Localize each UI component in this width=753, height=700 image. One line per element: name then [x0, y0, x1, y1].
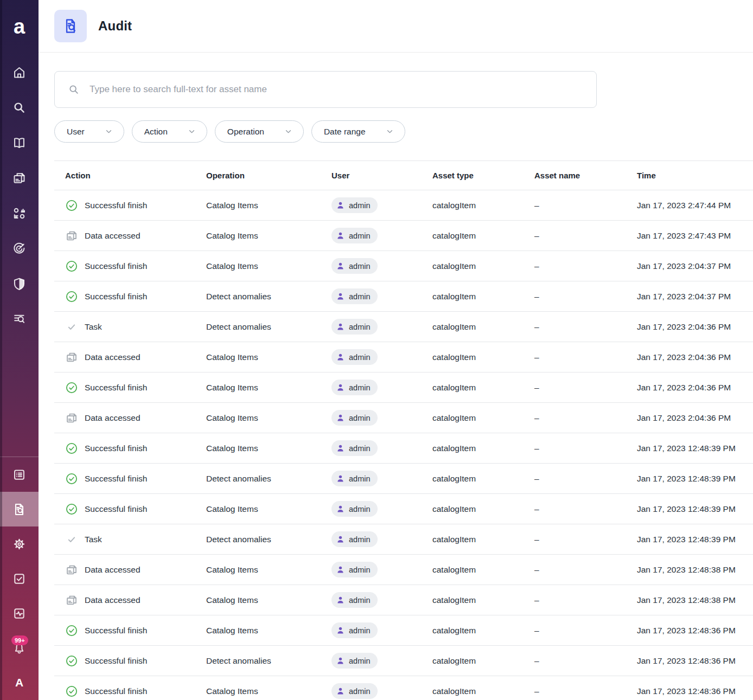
asset-name-cell: –: [534, 352, 637, 362]
sidebar-item-bell[interactable]: 99+: [0, 631, 39, 665]
data-accessed-icon: [65, 563, 78, 576]
user-chip[interactable]: admin: [331, 622, 378, 638]
user-chip[interactable]: admin: [331, 288, 378, 304]
action-cell: Successful finish: [65, 290, 206, 303]
user-avatar[interactable]: A: [0, 665, 39, 700]
user-chip[interactable]: admin: [331, 349, 378, 365]
table-row[interactable]: Successful finishCatalog Itemsadmincatal…: [54, 494, 753, 524]
data-accessed-icon: [65, 412, 78, 425]
user-chip[interactable]: admin: [331, 380, 378, 395]
table-body: Successful finishCatalog Itemsadmincatal…: [54, 190, 753, 700]
time-cell: Jan 17, 2023 12:48:36 PM: [637, 626, 753, 635]
table-row[interactable]: Data accessedCatalog ItemsadmincatalogIt…: [54, 555, 753, 585]
filter-chip-date-range[interactable]: Date range: [311, 120, 405, 143]
time-cell: Jan 17, 2023 2:04:37 PM: [637, 292, 753, 301]
table-row[interactable]: Data accessedCatalog ItemsadmincatalogIt…: [54, 585, 753, 615]
user-chip[interactable]: admin: [331, 228, 378, 243]
chevron-down-icon: [385, 127, 394, 136]
table-row[interactable]: Successful finishCatalog Itemsadmincatal…: [54, 676, 753, 700]
operation-cell: Detect anomalies: [206, 322, 331, 332]
table-row[interactable]: Data accessedCatalog ItemsadmincatalogIt…: [54, 403, 753, 433]
asset-type-cell: catalogItem: [432, 565, 534, 575]
action-cell: Successful finish: [65, 624, 206, 637]
filter-chip-label: User: [67, 127, 85, 137]
column-header-asset-name[interactable]: Asset name: [534, 171, 637, 180]
asset-type-cell: catalogItem: [432, 292, 534, 301]
user-name: admin: [349, 292, 371, 301]
time-cell: Jan 17, 2023 2:47:43 PM: [637, 231, 753, 241]
success-check-icon: [65, 503, 78, 516]
sidebar-item-gear[interactable]: [0, 526, 39, 561]
column-header-time[interactable]: Time: [637, 171, 753, 180]
table-row[interactable]: Successful finishCatalog Itemsadmincatal…: [54, 190, 753, 221]
content: UserActionOperationDate range ActionOper…: [39, 53, 753, 700]
user-chip[interactable]: admin: [331, 653, 378, 669]
user-chip[interactable]: admin: [331, 471, 378, 486]
column-header-asset-type[interactable]: Asset type: [432, 171, 534, 180]
person-icon: [335, 473, 346, 484]
sidebar-item-log-search[interactable]: [0, 301, 39, 337]
user-chip[interactable]: admin: [331, 531, 378, 547]
sidebar-item-home[interactable]: [0, 55, 39, 90]
table-row[interactable]: Data accessedCatalog ItemsadmincatalogIt…: [54, 342, 753, 373]
data-accessed-icon: [65, 229, 78, 242]
sidebar-item-audit[interactable]: [0, 492, 39, 526]
column-header-label: Operation: [206, 171, 245, 180]
operation-cell: Catalog Items: [206, 686, 331, 696]
filter-chip-user[interactable]: User: [54, 120, 124, 143]
sidebar-item-book[interactable]: [0, 125, 39, 160]
components-icon: [12, 206, 27, 221]
time-cell: Jan 17, 2023 2:47:44 PM: [637, 201, 753, 210]
table-row[interactable]: Successful finishCatalog Itemsadmincatal…: [54, 615, 753, 646]
user-chip[interactable]: admin: [331, 501, 378, 517]
app-logo[interactable]: a: [0, 0, 39, 53]
filter-chip-action[interactable]: Action: [132, 120, 207, 143]
sidebar-item-search[interactable]: [0, 90, 39, 125]
user-chip[interactable]: admin: [331, 410, 378, 426]
user-chip[interactable]: admin: [331, 440, 378, 456]
table-row[interactable]: Successful finishCatalog Itemsadmincatal…: [54, 373, 753, 403]
person-icon: [335, 595, 346, 605]
sidebar-item-checkbox[interactable]: [0, 561, 39, 596]
task-check-icon: [65, 533, 78, 546]
user-chip[interactable]: admin: [331, 319, 378, 335]
column-header-user[interactable]: User: [331, 171, 432, 180]
table-row[interactable]: Data accessedCatalog ItemsadmincatalogIt…: [54, 221, 753, 251]
table-row[interactable]: Successful finishCatalog Itemsadmincatal…: [54, 433, 753, 464]
column-header-action[interactable]: Action: [65, 171, 206, 180]
sidebar-item-activity[interactable]: [0, 596, 39, 631]
action-label: Data accessed: [85, 231, 141, 241]
book-icon: [12, 136, 27, 150]
shield-icon: [12, 277, 27, 291]
sidebar-item-documents[interactable]: [0, 160, 39, 196]
table-row[interactable]: Successful finishDetect anomaliesadminca…: [54, 281, 753, 312]
table-row[interactable]: TaskDetect anomaliesadmincatalogItem–Jan…: [54, 312, 753, 342]
search-box: [54, 71, 597, 108]
table-row[interactable]: Successful finishCatalog Itemsadmincatal…: [54, 251, 753, 281]
asset-name-cell: –: [534, 322, 637, 332]
filter-chip-operation[interactable]: Operation: [215, 120, 304, 143]
person-icon: [335, 230, 346, 241]
page-header: Audit: [39, 0, 753, 53]
table-row[interactable]: TaskDetect anomaliesadmincatalogItem–Jan…: [54, 524, 753, 555]
asset-name-cell: –: [534, 595, 637, 605]
column-header-operation[interactable]: Operation: [206, 171, 331, 180]
sidebar-item-radar[interactable]: [0, 231, 39, 266]
table-row[interactable]: Successful finishDetect anomaliesadminca…: [54, 464, 753, 494]
success-check-icon: [65, 290, 78, 303]
sidebar-item-components[interactable]: [0, 196, 39, 231]
sidebar-item-shield[interactable]: [0, 266, 39, 301]
table-row[interactable]: Successful finishDetect anomaliesadminca…: [54, 646, 753, 676]
user-chip[interactable]: admin: [331, 562, 378, 577]
user-chip[interactable]: admin: [331, 592, 378, 608]
search-input[interactable]: [88, 84, 583, 95]
user-chip[interactable]: admin: [331, 258, 378, 274]
sidebar-nav-top: [0, 53, 39, 337]
user-chip[interactable]: admin: [331, 683, 378, 699]
user-cell: admin: [331, 440, 432, 456]
user-cell: admin: [331, 288, 432, 304]
asset-type-cell: catalogItem: [432, 444, 534, 453]
asset-name-cell: –: [534, 626, 637, 635]
user-chip[interactable]: admin: [331, 197, 378, 213]
sidebar-item-list[interactable]: [0, 457, 39, 492]
